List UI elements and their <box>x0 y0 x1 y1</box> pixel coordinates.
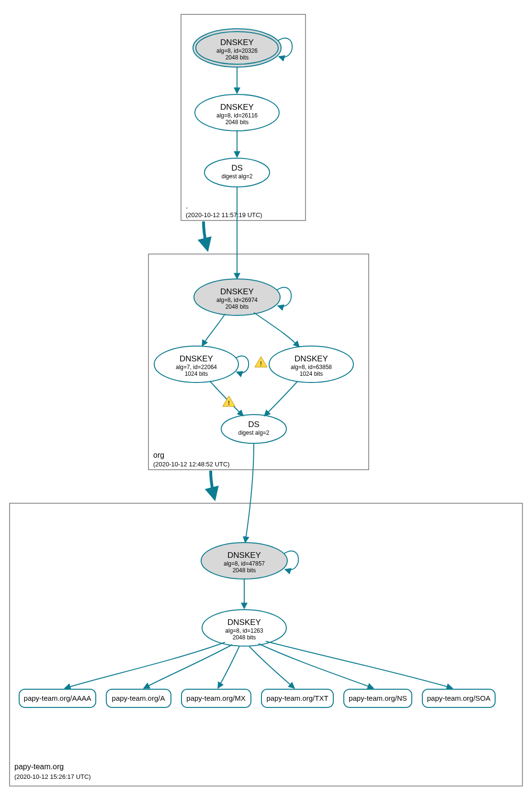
node-root-zsk-title: DNSKEY <box>220 103 254 112</box>
node-leaf-ksk-line2: 2048 bits <box>233 567 256 574</box>
node-org-ksk-line2: 2048 bits <box>226 303 249 310</box>
node-root-ds-title: DS <box>231 163 243 173</box>
node-root-zsk-line2: 2048 bits <box>226 119 249 126</box>
node-root-ksk-title: DNSKEY <box>220 38 254 47</box>
rrset-soa: papy-team.org/SOA <box>427 694 491 702</box>
edge-org-to-leaf-delegation <box>211 471 215 498</box>
node-org-ds: DS digest alg=2 <box>221 415 286 443</box>
node-org-zsk-b: DNSKEY alg=8, id=63858 1024 bits <box>269 346 353 382</box>
svg-text:!: ! <box>228 399 230 406</box>
node-root-ksk-line2: 2048 bits <box>226 54 249 61</box>
rrset-ns: papy-team.org/NS <box>349 694 407 702</box>
node-root-zsk-line1: alg=8, id=26116 <box>216 112 258 119</box>
rrset-a: papy-team.org/A <box>112 694 165 702</box>
node-org-ds-line1: digest alg=2 <box>238 429 269 436</box>
node-org-ksk-title: DNSKEY <box>220 287 254 296</box>
node-org-ksk-line1: alg=8, id=26974 <box>216 297 258 303</box>
svg-text:!: ! <box>260 360 262 367</box>
rrset-mx: papy-team.org/MX <box>186 694 245 702</box>
node-org-zsk-b-title: DNSKEY <box>294 354 328 363</box>
dnssec-graph: . (2020-10-12 11:57:19 UTC) DNSKEY alg=8… <box>0 0 532 810</box>
node-leaf-zsk-title: DNSKEY <box>227 618 261 627</box>
node-leaf-zsk-line2: 2048 bits <box>233 634 256 641</box>
node-org-zsk-a-line2: 1024 bits <box>185 370 208 377</box>
node-leaf-zsk: DNSKEY alg=8, id=1263 2048 bits <box>202 610 286 646</box>
zone-org-timestamp: (2020-10-12 12:48:52 UTC) <box>153 461 230 468</box>
node-org-zsk-b-line1: alg=8, id=63858 <box>291 364 332 370</box>
svg-point-4 <box>204 158 270 187</box>
node-org-zsk-a-title: DNSKEY <box>180 354 213 363</box>
zone-root-label: . <box>186 202 188 210</box>
zone-leaf-timestamp: (2020-10-12 15:26:17 UTC) <box>14 773 91 780</box>
zone-leaf-label: papy-team.org <box>14 763 64 771</box>
node-root-zsk: DNSKEY alg=8, id=26116 2048 bits <box>195 94 279 131</box>
zone-org-label: org <box>153 451 164 459</box>
rrset-txt: papy-team.org/TXT <box>266 694 328 702</box>
svg-point-10 <box>221 415 286 443</box>
node-leaf-ksk-line1: alg=8, id=47857 <box>224 560 265 567</box>
node-org-zsk-b-line2: 1024 bits <box>300 370 323 377</box>
rrset-aaaa: papy-team.org/AAAA <box>24 694 91 702</box>
node-leaf-zsk-line1: alg=8, id=1263 <box>225 627 263 634</box>
edge-root-to-org-delegation <box>204 221 207 249</box>
node-root-ksk-line1: alg=8, id=20326 <box>216 47 258 54</box>
node-root-ds: DS digest alg=2 <box>204 158 270 187</box>
zone-root-timestamp: (2020-10-12 11:57:19 UTC) <box>186 211 262 219</box>
node-leaf-ksk-title: DNSKEY <box>227 551 261 560</box>
node-root-ds-line1: digest alg=2 <box>221 173 252 180</box>
node-org-zsk-a-line1: alg=7, id=22064 <box>176 364 217 370</box>
node-org-ds-title: DS <box>248 420 260 429</box>
